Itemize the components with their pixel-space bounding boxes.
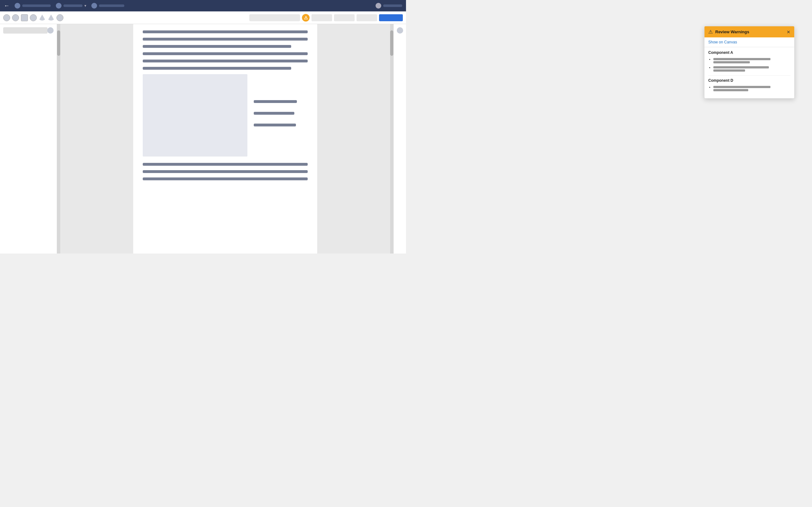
nav-item-2[interactable]: ▾ (56, 3, 86, 9)
canvas-area (60, 24, 390, 253)
tool-square[interactable] (21, 14, 28, 21)
left-panel (0, 24, 57, 253)
toolbar: ⚠ (0, 11, 406, 24)
image-block (143, 74, 247, 157)
nav-dot-3 (91, 3, 97, 9)
bottom-line-1 (143, 163, 308, 166)
chevron-down-icon: ▾ (84, 3, 86, 8)
left-panel-search[interactable] (3, 27, 48, 34)
back-button[interactable]: ← (4, 3, 9, 9)
nav-item-1[interactable] (14, 3, 51, 9)
text-block (254, 74, 308, 157)
nav-user[interactable] (375, 3, 402, 9)
content-line-4 (143, 52, 308, 55)
warnings-button[interactable]: ⚠ (302, 14, 310, 21)
left-scrollbar-thumb[interactable] (57, 31, 60, 56)
tool-circle-1[interactable] (3, 14, 10, 21)
col-line-3 (254, 124, 296, 126)
warning-icon: ⚠ (304, 15, 308, 20)
tool-circle-2[interactable] (12, 14, 19, 21)
user-avatar (375, 3, 381, 9)
back-icon: ← (4, 3, 9, 9)
left-scrollbar-track (57, 24, 60, 253)
toolbar-button-2[interactable] (334, 14, 355, 21)
nav-label-2 (63, 4, 83, 7)
right-scrollbar-thumb[interactable] (390, 31, 393, 56)
right-scrollbar-track (390, 24, 393, 253)
tool-circle-4[interactable] (56, 14, 63, 21)
image-placeholder (143, 74, 247, 157)
nav-dot-1 (14, 3, 20, 9)
right-panel (393, 24, 406, 253)
nav-label-3 (99, 4, 124, 7)
nav-label-1 (22, 4, 51, 7)
content-line-1 (143, 31, 308, 33)
content-line-5 (143, 60, 308, 62)
canvas-page (133, 24, 317, 253)
tool-triangle-1[interactable] (39, 14, 46, 20)
content-line-6 (143, 67, 291, 70)
toolbar-button-3[interactable] (357, 14, 377, 21)
left-panel-toggle[interactable] (47, 27, 54, 34)
toolbar-primary-button[interactable] (379, 14, 403, 21)
main-area: ⚠ Review Warnings ✕ Show on Canvas Compo… (0, 24, 406, 253)
col-line-2 (254, 112, 294, 115)
tool-circle-3[interactable] (30, 14, 37, 21)
toolbar-search-bar (249, 14, 300, 21)
nav-item-3[interactable] (91, 3, 124, 9)
content-line-2 (143, 38, 308, 41)
tool-triangle-2[interactable] (48, 14, 55, 20)
content-line-3 (143, 45, 291, 48)
two-col-section (143, 74, 308, 157)
col-line-1 (254, 100, 297, 103)
nav-dot-2 (56, 3, 61, 9)
top-navbar: ← ▾ (0, 0, 406, 11)
toolbar-button-1[interactable] (311, 14, 332, 21)
bottom-line-2 (143, 170, 308, 173)
bottom-line-3 (143, 177, 308, 180)
right-panel-toggle[interactable] (397, 27, 403, 34)
user-name-label (383, 4, 402, 7)
